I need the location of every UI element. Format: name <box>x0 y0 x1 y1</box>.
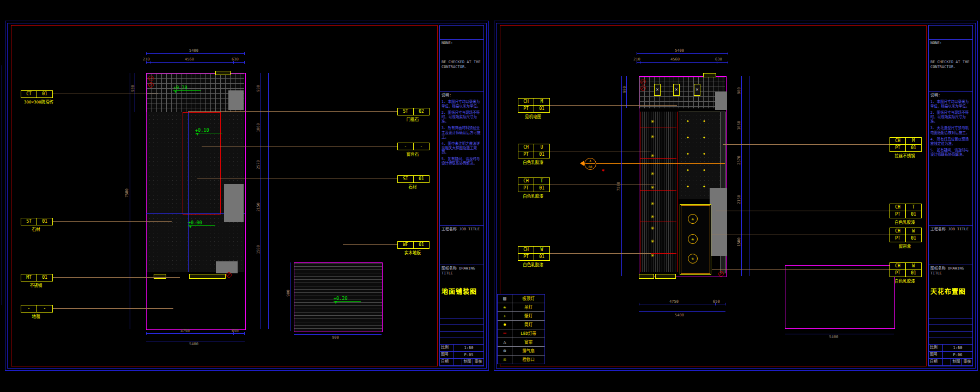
ceiling-hatch-area <box>679 112 720 199</box>
date-label: 日期 <box>929 359 943 365</box>
dim-value: 650 <box>713 299 720 304</box>
leader-line <box>548 253 651 254</box>
index-number: 08 <box>585 165 596 169</box>
dim-value: 1500 <box>737 237 741 247</box>
ceiling-code: CH <box>890 263 905 270</box>
scale-label: 比例 <box>929 345 943 351</box>
sheet-no-label: 图号 <box>929 352 943 358</box>
material-label: 实木地板 <box>391 249 434 255</box>
finish-index: 01 <box>905 235 921 242</box>
dim-value: 210 <box>143 57 150 62</box>
title-block: NONE: BE CHECKED AT THE CONTRACTOR. 说明: … <box>439 25 484 366</box>
dim-line <box>749 76 749 276</box>
finish-code: PT <box>890 235 905 242</box>
leader-line <box>51 94 158 94</box>
exhaust-fan-icon: ✳ <box>688 234 698 244</box>
ceiling-label: 窗帘盒 <box>883 243 927 249</box>
material-callout[interactable]: -- <box>397 143 429 150</box>
threshold-strip <box>655 274 676 279</box>
pendant-light-icon: ✳ <box>651 213 655 220</box>
elevation-marker: +0.20▼ <box>334 296 361 302</box>
material-index: - <box>413 143 429 150</box>
material-callout[interactable]: MT01 <box>21 274 53 281</box>
note-item: 3. 所有饰面材料须经业主及设计师确认后方可施工。 <box>441 126 482 139</box>
ceiling-callout[interactable]: CHW PT01 <box>890 228 922 242</box>
pendant-light-icon: ✳ <box>651 118 655 125</box>
material-code: ST <box>21 218 37 225</box>
sheet-floor-plan[interactable]: +0.20▼ +0.10▼ ±0.00▼ +0.20▼ 5400 210 456… <box>5 21 489 371</box>
ceiling-callout[interactable]: CHU PT01 <box>518 144 550 158</box>
downlight-icon: ◆ <box>703 135 705 139</box>
downlight-icon: ◆ <box>703 119 705 122</box>
dim-value: 630 <box>232 57 239 62</box>
ceiling-height: W <box>905 228 921 235</box>
viewport-edge-line <box>2 65 2 305</box>
material-callout[interactable]: ST02 <box>397 108 429 115</box>
dim-line <box>639 304 725 304</box>
floor-drain-icon <box>718 271 724 277</box>
material-callout[interactable]: ST01 <box>21 218 53 225</box>
pendant-light-icon: ✳ <box>651 170 655 177</box>
notes-title: 说明: <box>930 93 971 98</box>
material-callout[interactable]: ST01 <box>397 175 429 183</box>
downlight-icon: ◆ <box>687 151 689 155</box>
dim-value: 4560 <box>670 57 680 62</box>
led-strip-line <box>640 222 676 222</box>
ceiling-callout[interactable]: CHM PT01 <box>518 98 550 113</box>
ceiling-callout[interactable]: CHM PT01 <box>890 137 922 152</box>
dim-value: 5400 <box>829 335 838 339</box>
leader-line <box>723 144 890 145</box>
dim-value: 2150 <box>256 203 261 212</box>
ceiling-callout[interactable]: CHT PT01 <box>518 177 550 192</box>
revision-star-icon: ✱ <box>602 168 604 173</box>
finish-index: 01 <box>905 145 921 151</box>
dim-value: 5400 <box>675 313 684 317</box>
finish-code: PT <box>518 185 534 192</box>
pendant-light-icon: ✳ <box>651 200 655 207</box>
ceiling-callout[interactable]: CHW PT01 <box>518 246 550 261</box>
ceiling-callout[interactable]: CHT PT01 <box>890 204 922 218</box>
ceiling-code: CH <box>518 247 534 253</box>
dim-line <box>146 62 245 63</box>
led-strip-line <box>640 158 676 159</box>
scale-value: 1:60 <box>454 346 483 351</box>
ceiling-label: 白色乳胶漆 <box>883 278 927 284</box>
note-item: 2. 图纸尺寸与现场不符时，以现场实际尺寸为准。 <box>930 111 971 124</box>
threshold-strip <box>154 274 166 279</box>
legend-row: △窗帘 <box>498 338 545 347</box>
material-callout[interactable]: CT01 <box>21 90 53 98</box>
material-callout[interactable]: WF01 <box>397 241 429 249</box>
dim-value: 2150 <box>737 195 741 204</box>
threshold-strip <box>189 274 226 279</box>
dim-value: 7580 <box>125 188 129 198</box>
led-strip-icon: ━ <box>498 329 512 338</box>
access-panel-icon: ✕ <box>694 84 700 96</box>
exhaust-fan-icon: ✳ <box>688 254 698 264</box>
sheet-no-label: 图号 <box>440 352 454 358</box>
material-index: 01 <box>37 91 52 97</box>
downlight-icon: ◆ <box>687 168 689 171</box>
material-index: 01 <box>413 242 429 248</box>
access-panel-icon: ☒ <box>498 356 512 364</box>
cabinet-block <box>224 184 244 222</box>
title-block-cell <box>929 26 972 40</box>
legend-row: ━LED灯带 <box>498 329 545 338</box>
door-threshold <box>215 71 231 75</box>
none-label: NONE: <box>930 41 942 45</box>
note-item: 1. 本图尺寸均以毫米为单位，标高以米为单位。 <box>441 100 482 108</box>
ceiling-label: 白色乳胶漆 <box>883 219 927 225</box>
ceiling-height: W <box>905 263 921 270</box>
notes-title: 说明: <box>441 93 482 98</box>
sheet-ceiling-plan[interactable]: ✕ ✕ ✕ ✳ ✳ ✳ ✳ ✳ ✳ ✳ ✳ ✳ ✳ ◆ ◆ ◆ ◆ ◆ ◆ ◆ … <box>494 21 978 371</box>
ceiling-height: M <box>534 99 549 105</box>
material-code: MT <box>21 274 37 281</box>
dim-value: 7580 <box>616 182 621 191</box>
dim-line <box>639 311 725 312</box>
ceiling-callout[interactable]: CHW PT01 <box>890 262 922 277</box>
ceiling-code: CH <box>518 144 534 151</box>
audit-label: 审核 <box>473 359 483 365</box>
downlight-icon: ◆ <box>703 168 705 171</box>
check-note: BE CHECKED AT THE CONTRACTOR. <box>441 60 482 70</box>
elevation-index-icon[interactable]: A 08 <box>584 158 596 170</box>
material-callout[interactable]: -- <box>21 305 53 313</box>
